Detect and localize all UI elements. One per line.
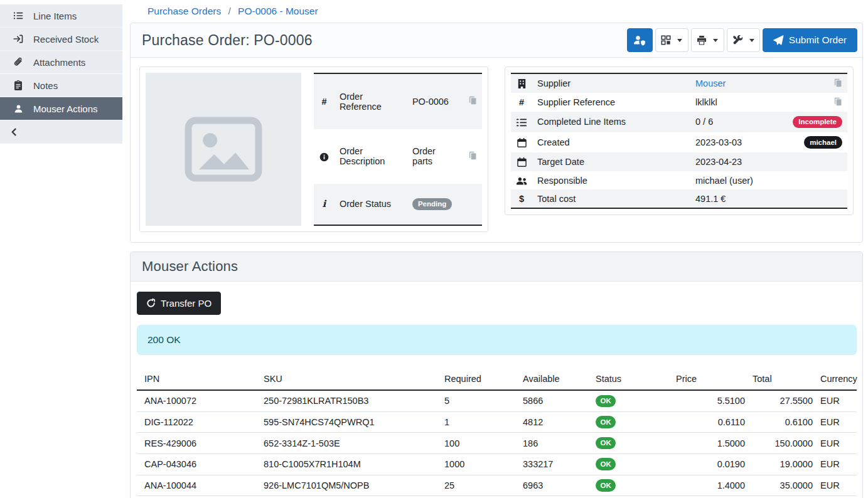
breadcrumb-current-link[interactable]: PO-0006 - Mouser (238, 6, 318, 16)
sidebar-item-label: Notes (33, 80, 58, 91)
main-content: Purchase Orders / PO-0006 - Mouser Purch… (122, 0, 868, 498)
user-icon (13, 104, 24, 114)
cell-available: 6963 (523, 475, 596, 496)
cell-total: 150.0000 (753, 433, 820, 454)
user-permissions-button[interactable] (627, 28, 653, 52)
copy-icon[interactable] (469, 151, 477, 160)
mouser-actions-panel-header: Mouser Actions (131, 252, 862, 282)
header-actions: Submit Order (627, 28, 857, 52)
cell-available: 4812 (523, 411, 596, 433)
copy-icon[interactable] (834, 78, 842, 87)
chevron-down-icon (749, 39, 754, 42)
list-lines-icon (517, 119, 527, 127)
sidebar-item-label: Attachments (33, 57, 85, 68)
calendar-icon (517, 157, 527, 167)
detail-label: Order Description (335, 129, 407, 184)
cell-required: 25 (444, 475, 523, 496)
sidebar-item-line-items[interactable]: Line Items (0, 4, 122, 28)
breadcrumb-purchase-orders-link[interactable]: Purchase Orders (147, 6, 221, 16)
sidebar-item-notes[interactable]: Notes (0, 74, 122, 97)
detail-value: 2023-04-23 (690, 152, 788, 171)
cell-currency: EUR (820, 475, 857, 496)
col-header-required: Required (444, 369, 523, 390)
detail-label: Order Status (335, 184, 407, 225)
cell-price: 1.5000 (676, 433, 753, 454)
detail-row-target-date: Target Date 2023-04-23 (511, 152, 847, 171)
cell-sku: 250-72981KLRATR150B3 (264, 390, 444, 411)
cell-currency: EUR (820, 411, 857, 433)
detail-label: Order Reference (335, 73, 407, 129)
detail-label: Completed Line Items (532, 112, 690, 132)
cell-sku: 595-SN74HCS74QPWRQ1 (264, 411, 444, 433)
sidebar-item-attachments[interactable]: Attachments (0, 51, 122, 74)
transfer-po-button[interactable]: Transfer PO (137, 292, 221, 315)
cell-ipn: DIG-112022 (137, 411, 264, 433)
detail-row-order-reference: # Order Reference PO-0006 (314, 73, 482, 129)
paper-plane-icon (773, 35, 784, 45)
page-title: Purchase Order: PO-0006 (142, 32, 313, 49)
sidebar-item-label: Mouser Actions (33, 103, 98, 114)
detail-value: lklklkl (690, 93, 788, 112)
qrcode-icon (661, 35, 671, 45)
image-icon (184, 117, 263, 182)
purchase-order-panel: Purchase Order: PO-0006 (130, 23, 863, 243)
col-header-price: Price (676, 369, 753, 390)
hash-icon: # (519, 97, 524, 107)
sidebar-item-mouser-actions[interactable]: Mouser Actions (0, 97, 122, 120)
cell-price: 0.6110 (676, 411, 753, 433)
mouser-actions-body: Transfer PO 200 OK IPN SKU Required Avai… (131, 282, 862, 498)
ok-status-badge: OK (596, 416, 616, 428)
detail-value: michael (user) (690, 171, 788, 189)
supplier-link[interactable]: Mouser (695, 78, 726, 88)
ok-status-badge: OK (596, 479, 616, 492)
cell-ipn: CAP-043046 (137, 453, 264, 475)
detail-row-responsible: Responsible michael (user) (511, 171, 847, 189)
chevron-down-icon (677, 39, 682, 42)
copy-icon[interactable] (834, 97, 842, 106)
cell-available: 186 (523, 433, 596, 454)
table-row: RES-429006 652-3314Z-1-503E 100 186 OK 1… (137, 433, 857, 454)
cell-price: 1.4000 (676, 475, 753, 496)
order-status-badge: Pending (412, 198, 452, 211)
cell-sku: 652-3314Z-1-503E (264, 433, 444, 454)
dollar-icon: $ (519, 194, 524, 204)
cell-required: 1 (444, 411, 523, 433)
info-circle-icon (319, 152, 329, 162)
printer-icon (697, 35, 707, 45)
table-row: CAP-043046 810-C1005X7R1H104M 1000 33321… (137, 453, 857, 475)
cell-currency: EUR (820, 453, 857, 475)
col-header-currency: Currency (820, 369, 857, 390)
cell-total: 35.0000 (753, 475, 820, 496)
detail-value: 0 / 6 (690, 112, 788, 132)
cell-currency: EUR (820, 433, 857, 454)
sidebar-collapse-button[interactable] (0, 120, 122, 144)
status-alert: 200 OK (137, 325, 857, 355)
ok-status-badge: OK (596, 458, 616, 470)
order-actions-dropdown[interactable] (727, 28, 760, 52)
barcode-actions-dropdown[interactable] (655, 28, 689, 52)
detail-row-total-cost: $ Total cost 491.1 € (511, 189, 847, 208)
mouser-actions-title: Mouser Actions (142, 258, 238, 275)
cell-ipn: ANA-100044 (137, 475, 264, 496)
list-icon (13, 11, 24, 21)
detail-label: Target Date (532, 152, 690, 171)
detail-value: Order parts (407, 129, 457, 184)
cell-total: 19.0000 (753, 453, 820, 475)
sidebar-item-received-stock[interactable]: Received Stock (0, 28, 122, 51)
incomplete-badge: Incomplete (793, 116, 842, 129)
ok-status-badge: OK (596, 437, 616, 450)
detail-label: Supplier (532, 73, 690, 93)
cell-sku: 810-C1005X7R1H104M (264, 453, 444, 475)
tools-icon (732, 35, 743, 45)
detail-row-order-status: i Order Status Pending (314, 184, 482, 225)
col-header-ipn: IPN (137, 369, 264, 390)
col-header-sku: SKU (264, 369, 444, 390)
copy-icon[interactable] (469, 96, 477, 105)
col-header-total: Total (753, 369, 820, 390)
table-row: DIG-112022 595-SN74HCS74QPWRQ1 1 4812 OK… (137, 411, 857, 433)
supplier-details-card: Supplier Mouser # Supplier Reference lkl… (505, 66, 854, 215)
print-actions-dropdown[interactable] (691, 28, 724, 52)
detail-row-supplier-reference: # Supplier Reference lklklkl (511, 93, 847, 112)
order-image-placeholder[interactable] (146, 73, 301, 226)
submit-order-button[interactable]: Submit Order (763, 28, 857, 52)
